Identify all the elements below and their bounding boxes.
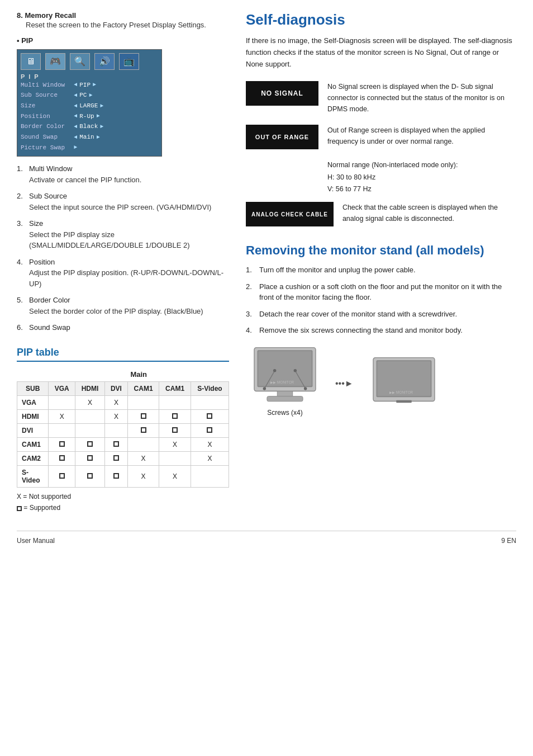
- pip-row-cam2: CAM2: [17, 451, 49, 465]
- supported-icon: [172, 413, 178, 419]
- list-num-4: 4.: [17, 257, 26, 290]
- pip-table-section: PIP table Main SUB VGA HDMI DVI CAM1 CAM…: [17, 347, 229, 514]
- pip-menu-item-1: Multi Window: [21, 80, 65, 91]
- page-footer: User Manual 9 EN: [17, 531, 516, 545]
- pip-right-row-7: ►: [74, 143, 103, 152]
- pip-row-vga: VGA: [17, 395, 49, 409]
- monitor-images: ▶▶ MONITOR Screws (x4) •••►: [246, 345, 516, 417]
- supported-icon: [113, 441, 119, 447]
- svg-point-8: [304, 387, 307, 390]
- removing-section: Removing the monitor stand (all models) …: [246, 243, 516, 417]
- pip-cell: [75, 423, 105, 437]
- pip-row-cam1: CAM1: [17, 437, 49, 451]
- list-item-1: 1. Multi Window Activate or cancel the P…: [17, 163, 229, 185]
- analog-check-row: ANALOG CHECK CABLE Check that the cable …: [246, 202, 516, 226]
- list-item-6: 6. Sound Swap: [17, 322, 229, 333]
- pip-cell: [104, 451, 127, 465]
- pip-cell: [104, 437, 127, 451]
- removing-title: Removing the monitor stand (all models): [246, 243, 516, 258]
- list-desc-2: Select the input source the PIP screen. …: [29, 202, 211, 213]
- self-diag-title: Self-diagnosis: [246, 11, 516, 29]
- table-row: CAM1 X X: [17, 437, 229, 451]
- list-desc-3: Select the PIP display size (SMALL/MIDDL…: [29, 229, 229, 251]
- pip-cell: X: [191, 437, 229, 451]
- arrow-between: •••►: [335, 379, 354, 417]
- pip-menu-item-5: Border Color: [21, 121, 65, 132]
- pip-bullet: • PIP: [17, 36, 229, 45]
- pip-cell: X: [49, 409, 75, 423]
- rm-num-3: 3.: [246, 309, 256, 320]
- rm-step-3: Detach the rear cover of the monitor sta…: [259, 309, 457, 320]
- out-of-range-extra-line-1: Normal range (Non-interlaced mode only):: [327, 159, 516, 171]
- pip-row-dvi: DVI: [17, 423, 49, 437]
- pip-cell: [159, 451, 191, 465]
- no-signal-badge: NO SIGNAL: [246, 81, 318, 106]
- removing-steps-list: 1. Turn off the monitor and unplug the p…: [246, 264, 516, 336]
- rm-num-1: 1.: [246, 264, 256, 276]
- legend-x: X = Not supported: [17, 491, 229, 502]
- pip-table-sub-header: SUB: [17, 381, 49, 395]
- pip-bullet-label: • PIP: [17, 36, 33, 45]
- screws-label: Screws (x4): [267, 409, 302, 417]
- pip-cell: [49, 395, 75, 409]
- pip-cell: [159, 423, 191, 437]
- no-signal-desc: No Signal screen is displayed when the D…: [327, 81, 516, 115]
- pip-cell: X: [104, 395, 127, 409]
- pip-table-col-dvi: DVI: [104, 381, 127, 395]
- list-content-2: Sub Source Select the input source the P…: [29, 191, 211, 212]
- pip-cell: [127, 437, 159, 451]
- pip-box: 🖥 🎮 🔍 🔊 📺 P I P Multi Window Sub Source …: [17, 49, 162, 157]
- list-content-5: Border Color Select the border color of …: [29, 295, 203, 316]
- pip-cell: X: [104, 409, 127, 423]
- page-layout: 8. Memory Recall Reset the screen to the…: [17, 11, 516, 514]
- pip-cell: [104, 423, 127, 437]
- pip-right-row-1: ◄ PIP ►: [74, 80, 103, 91]
- self-diag-intro: If there is no image, the Self-Diagnosis…: [246, 35, 516, 70]
- pip-table-col-svideo: S-Video: [191, 381, 229, 395]
- supported-icon: [141, 413, 146, 419]
- pip-icon-search: 🔍: [70, 53, 90, 70]
- list-content-1: Multi Window Activate or cancel the PIP …: [29, 163, 141, 185]
- monitor-svg-right: ▶▶ MONITOR: [365, 355, 443, 417]
- supported-icon: [87, 441, 93, 447]
- rm-step-1: Turn off the monitor and unplug the powe…: [259, 264, 416, 276]
- supported-icon: [59, 473, 65, 479]
- pip-cell: [191, 395, 229, 409]
- footer-left: User Manual: [17, 537, 55, 545]
- pip-row-hdmi: HDMI: [17, 409, 49, 423]
- svg-point-10: [294, 369, 297, 372]
- pip-cell: X: [127, 451, 159, 465]
- svg-text:▶▶ MONITOR: ▶▶ MONITOR: [270, 380, 294, 384]
- list-num-3: 3.: [17, 218, 26, 251]
- svg-rect-15: [396, 400, 412, 403]
- left-column: 8. Memory Recall Reset the screen to the…: [17, 11, 229, 514]
- out-of-range-badge: OUT OF RANGE: [246, 125, 318, 149]
- pip-numbered-list: 1. Multi Window Activate or cancel the P…: [17, 163, 229, 333]
- no-signal-row: NO SIGNAL No Signal screen is displayed …: [246, 81, 516, 115]
- supported-icon: [87, 473, 93, 479]
- pip-menu-item-7: Picture Swap: [21, 143, 65, 153]
- pip-icon-tv: 📺: [119, 53, 139, 70]
- pip-menu-item-6: Sound Swap: [21, 132, 65, 143]
- pip-cell: [159, 409, 191, 423]
- list-title-1: Multi Window: [29, 163, 141, 174]
- list-item: 4. Remove the six screws connecting the …: [246, 325, 516, 336]
- pip-icon-sound: 🔊: [94, 53, 115, 70]
- list-title-4: Position: [29, 257, 229, 268]
- pip-menu-item-4: Position: [21, 111, 65, 122]
- list-num-6: 6.: [17, 322, 26, 333]
- list-item: 1. Turn off the monitor and unplug the p…: [246, 264, 516, 276]
- list-title-2: Sub Source: [29, 191, 211, 202]
- table-row: HDMI X X: [17, 409, 229, 423]
- rm-step-2: Place a cushion or a soft cloth on the f…: [259, 281, 516, 303]
- pip-label: P I P: [21, 73, 158, 80]
- supported-icon: [172, 427, 178, 433]
- pip-menu: Multi Window Sub Source Size Position Bo…: [21, 80, 158, 153]
- list-title-5: Border Color: [29, 295, 203, 306]
- list-item-3: 3. Size Select the PIP display size (SMA…: [17, 218, 229, 251]
- pip-table-main-header: Main: [49, 367, 229, 382]
- supported-icon: [87, 455, 93, 461]
- supported-icon: [141, 427, 146, 433]
- list-title-6: Sound Swap: [29, 322, 70, 333]
- supported-icon: [59, 455, 65, 461]
